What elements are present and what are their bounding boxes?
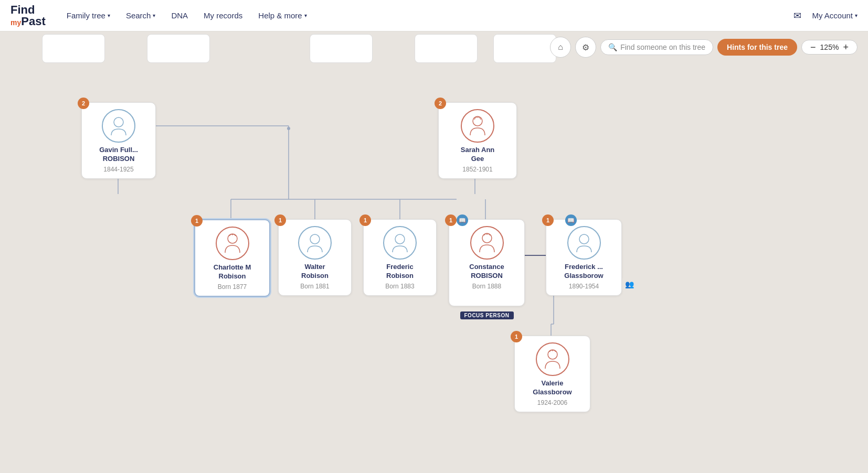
badge-walter: 1 xyxy=(274,214,286,226)
person-dates-frederic: Born 1883 xyxy=(385,283,414,290)
home-button[interactable]: ⌂ xyxy=(550,37,571,58)
svg-point-20 xyxy=(395,234,405,244)
nav-help[interactable]: Help & more ▾ xyxy=(258,11,306,20)
avatar-frederic xyxy=(383,226,417,260)
search-icon: 🔍 xyxy=(608,43,617,51)
account-arrow-icon: ▾ xyxy=(855,13,858,18)
person-card-sarah[interactable]: 2 Sarah AnnGee 1852-1901 xyxy=(438,102,517,179)
svg-point-5 xyxy=(287,127,290,130)
avatar-constance xyxy=(470,226,504,260)
navbar: Find my Past Family tree ▾ Search ▾ DNA … xyxy=(0,0,868,31)
person-card-constance[interactable]: 1 📖 ConstanceROBISON Born 1888 FOCUS PER… xyxy=(449,219,525,306)
hints-button[interactable]: Hints for this tree xyxy=(717,39,797,56)
logo[interactable]: Find my Past xyxy=(10,4,46,27)
person-dates-frederick: 1890-1954 xyxy=(569,283,599,290)
zoom-plus-button[interactable]: + xyxy=(841,42,851,52)
zoom-minus-button[interactable]: − xyxy=(808,42,818,52)
person-dates-sarah: 1852-1901 xyxy=(462,166,492,173)
svg-point-22 xyxy=(579,234,589,244)
avatar-frederick xyxy=(567,226,601,260)
person-name-charlotte: Charlotte MRobison xyxy=(214,263,251,281)
nav-search[interactable]: Search ▾ xyxy=(126,11,156,20)
find-person-search[interactable]: 🔍 Find someone on this tree xyxy=(600,39,713,55)
person-card-frederic[interactable]: 1 FredericRobison Born 1883 xyxy=(363,219,437,296)
family-tree-arrow-icon: ▾ xyxy=(108,13,110,18)
mail-icon[interactable]: ✉ xyxy=(793,10,801,22)
avatar-walter xyxy=(298,226,332,260)
avatar-charlotte xyxy=(216,227,249,260)
badge-sarah: 2 xyxy=(435,98,446,109)
help-arrow-icon: ▾ xyxy=(304,13,307,18)
person-card-valerie[interactable]: 1 ValerieGlassborow 1924-2006 xyxy=(514,336,590,412)
svg-point-17 xyxy=(473,116,482,126)
person-name-constance: ConstanceROBISON xyxy=(469,263,504,281)
person-dates-walter: Born 1881 xyxy=(300,283,329,290)
search-arrow-icon: ▾ xyxy=(153,13,155,18)
nav-items: Family tree ▾ Search ▾ DNA My records He… xyxy=(67,11,794,20)
partial-card-1 xyxy=(42,34,105,63)
person-card-charlotte[interactable]: 1 Charlotte MRobison Born 1877 xyxy=(194,219,270,297)
tree-canvas: 2 Gavin Full...ROBISON 1844-1925 2 Sarah… xyxy=(0,31,868,473)
badge-constance: 1 xyxy=(445,214,457,226)
svg-point-16 xyxy=(114,117,123,127)
person-dates-charlotte: Born 1877 xyxy=(218,283,247,291)
svg-point-19 xyxy=(310,234,320,244)
search-placeholder: Find someone on this tree xyxy=(620,43,705,51)
logo-past: Past xyxy=(21,16,45,27)
badge-gavin: 2 xyxy=(78,98,89,109)
settings-button[interactable]: ⚙ xyxy=(575,37,596,58)
logo-my: my xyxy=(10,19,21,26)
avatar-gavin xyxy=(102,109,135,143)
toolbar: ⌂ ⚙ 🔍 Find someone on this tree Hints fo… xyxy=(550,37,858,58)
focus-label: FOCUS PERSON xyxy=(460,311,513,319)
zoom-level: 125% xyxy=(820,43,839,51)
nav-dna[interactable]: DNA xyxy=(171,11,188,20)
zoom-controls: − 125% + xyxy=(801,40,858,55)
nav-family-tree[interactable]: Family tree ▾ xyxy=(67,11,110,20)
badge-frederic: 1 xyxy=(359,214,371,226)
nav-right: ✉ My Account ▾ xyxy=(793,10,858,22)
person-card-walter[interactable]: 1 WalterRobison Born 1881 xyxy=(278,219,352,296)
partial-card-5 xyxy=(493,34,556,63)
badge-book-constance: 📖 xyxy=(457,214,468,226)
person-card-frederick[interactable]: 1 📖 Frederick ...Glassborow 1890-1954 👥 xyxy=(546,219,622,296)
person-dates-valerie: 1924-2006 xyxy=(537,399,567,406)
nav-my-account[interactable]: My Account ▾ xyxy=(812,11,858,20)
badge-book-frederick: 📖 xyxy=(565,214,577,226)
person-dates-gavin: 1844-1925 xyxy=(103,166,133,173)
partial-card-3 xyxy=(310,34,373,63)
logo-find: Find xyxy=(10,4,35,16)
person-card-gavin[interactable]: 2 Gavin Full...ROBISON 1844-1925 xyxy=(81,102,156,179)
badge-valerie: 1 xyxy=(511,331,522,342)
person-name-walter: WalterRobison xyxy=(301,263,329,281)
badge-charlotte: 1 xyxy=(191,215,203,227)
badge-frederick: 1 xyxy=(542,214,554,226)
family-tree-action-icon[interactable]: 👥 xyxy=(622,277,636,291)
person-dates-constance: Born 1888 xyxy=(472,283,501,290)
person-name-frederick: Frederick ...Glassborow xyxy=(564,263,603,281)
partial-card-4 xyxy=(415,34,478,63)
avatar-sarah xyxy=(461,109,494,143)
avatar-valerie xyxy=(536,342,569,376)
person-name-frederic: FredericRobison xyxy=(386,263,414,281)
nav-my-records[interactable]: My records xyxy=(204,11,242,20)
partial-card-2 xyxy=(147,34,210,63)
person-name-valerie: ValerieGlassborow xyxy=(533,379,571,397)
person-name-sarah: Sarah AnnGee xyxy=(461,146,495,164)
person-name-gavin: Gavin Full...ROBISON xyxy=(99,146,138,164)
